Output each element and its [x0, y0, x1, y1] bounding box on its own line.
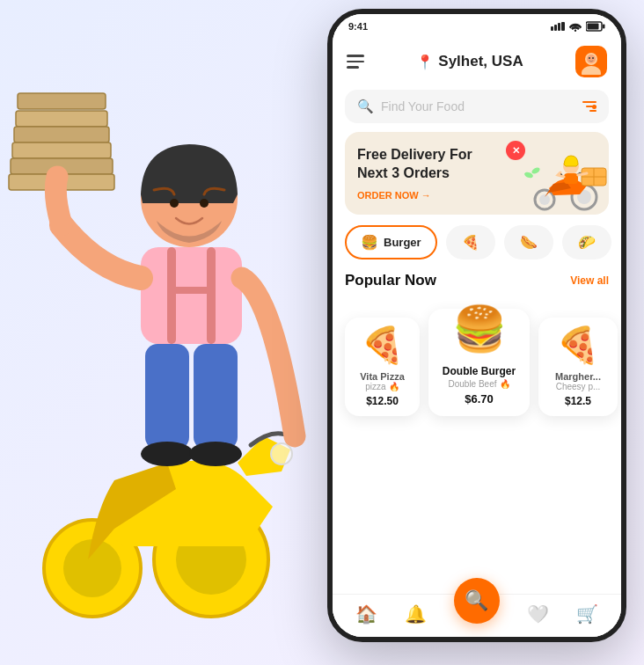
- svg-point-4: [574, 30, 576, 32]
- vita-pizza-price: $12.50: [352, 395, 413, 407]
- svg-rect-0: [551, 26, 553, 31]
- nav-favorites[interactable]: 🤍: [527, 603, 549, 625]
- category-tab-burger[interactable]: 🍔 Burger: [345, 225, 437, 259]
- location-text: Sylhet, USA: [438, 53, 523, 70]
- hamburger-menu-button[interactable]: [347, 55, 364, 69]
- delivery-man-illustration: [0, 49, 352, 665]
- svg-rect-33: [11, 158, 113, 174]
- search-icon: 🔍: [357, 99, 374, 114]
- category-tab-pizza[interactable]: 🍕: [446, 225, 495, 259]
- pin-icon: 📍: [416, 54, 434, 70]
- popular-title: Popular Now: [345, 272, 436, 289]
- bell-icon: 🔔: [405, 603, 427, 625]
- svg-point-11: [589, 57, 590, 59]
- search-placeholder-text: Find Your Food: [381, 99, 575, 113]
- svg-rect-29: [18, 93, 106, 109]
- order-now-label: ORDER NOW →: [357, 190, 431, 201]
- svg-point-25: [176, 524, 246, 595]
- svg-rect-38: [141, 247, 242, 344]
- burger-emoji: 🍔: [361, 234, 378, 251]
- svg-rect-40: [207, 247, 216, 344]
- search-fab-button[interactable]: 🔍: [454, 578, 500, 624]
- food-cards-row: 🍕 Vita Pizza pizza🔥 $12.50 🍔 Double Burg…: [333, 300, 621, 416]
- svg-rect-30: [16, 111, 107, 127]
- status-bar: 9:41: [333, 14, 621, 39]
- food-card-vita-pizza[interactable]: 🍕 Vita Pizza pizza🔥 $12.50: [345, 318, 420, 416]
- svg-point-37: [200, 199, 209, 208]
- view-all-button[interactable]: View all: [570, 274, 609, 287]
- home-icon: 🏠: [355, 603, 377, 625]
- svg-point-28: [271, 443, 292, 464]
- svg-point-36: [170, 199, 179, 208]
- search-fab-icon: 🔍: [465, 589, 488, 612]
- svg-point-10: [582, 66, 601, 75]
- svg-rect-7: [603, 25, 605, 29]
- cart-icon: 🛒: [576, 603, 598, 625]
- svg-rect-2: [558, 23, 560, 31]
- category-tabs: 🍔 Burger 🍕 🌭 🌮: [333, 225, 621, 259]
- phone-screen: 9:41: [333, 14, 621, 637]
- burger-price: $6.70: [435, 392, 523, 406]
- margherita-name: Margher...: [545, 371, 611, 382]
- svg-point-24: [154, 502, 268, 617]
- filter-icon[interactable]: [582, 101, 596, 112]
- margherita-image: 🍕: [545, 325, 611, 366]
- vita-pizza-sub: pizza🔥: [352, 382, 413, 391]
- svg-rect-3: [561, 22, 565, 31]
- nav-cart[interactable]: 🛒: [576, 603, 598, 625]
- search-bar[interactable]: 🔍 Find Your Food: [345, 90, 609, 123]
- app-header: 📍 Sylhet, USA: [333, 39, 621, 86]
- burger-sub: Double Beef 🔥: [435, 379, 523, 389]
- svg-point-26: [44, 520, 141, 617]
- svg-rect-41: [167, 287, 216, 294]
- status-icons: [551, 21, 605, 32]
- popular-section-header: Popular Now View all: [333, 272, 621, 289]
- vita-pizza-name: Vita Pizza: [352, 371, 413, 382]
- burger-label: Burger: [384, 236, 421, 249]
- nav-notifications[interactable]: 🔔: [405, 603, 427, 625]
- burger-image: 🍔: [444, 298, 515, 360]
- menu-line-2: [347, 61, 364, 63]
- svg-rect-31: [14, 127, 109, 142]
- category-tab-taco[interactable]: 🌮: [562, 225, 611, 259]
- svg-point-27: [63, 539, 121, 597]
- svg-rect-39: [167, 247, 176, 344]
- user-avatar-button[interactable]: [575, 46, 607, 77]
- menu-line-1: [347, 55, 364, 57]
- location-area[interactable]: 📍 Sylhet, USA: [416, 53, 523, 70]
- svg-rect-42: [145, 344, 189, 449]
- svg-rect-43: [194, 344, 238, 449]
- svg-rect-6: [588, 24, 599, 30]
- promo-banner: Free Delivery ForNext 3 Orders ORDER NOW…: [345, 132, 609, 215]
- nav-home[interactable]: 🏠: [355, 603, 377, 625]
- category-tab-hotdog[interactable]: 🌭: [504, 225, 553, 259]
- order-now-button[interactable]: ORDER NOW →: [357, 190, 596, 201]
- margherita-price: $12.5: [545, 395, 611, 407]
- svg-rect-1: [554, 25, 557, 31]
- banner-title: Free Delivery ForNext 3 Orders: [357, 146, 596, 183]
- food-card-margherita[interactable]: 🍕 Margher... Cheesy p... $12.5: [538, 318, 618, 416]
- svg-point-12: [592, 57, 594, 59]
- status-time: 9:41: [348, 21, 368, 32]
- burger-name: Double Burger: [435, 365, 523, 377]
- svg-rect-32: [12, 142, 111, 158]
- svg-point-35: [141, 150, 238, 247]
- banner-text: Free Delivery ForNext 3 Orders ORDER NOW…: [357, 146, 596, 201]
- heart-icon: 🤍: [527, 603, 549, 625]
- phone-mockup: 9:41: [327, 9, 626, 642]
- taco-emoji: 🌮: [578, 234, 596, 251]
- food-card-double-burger[interactable]: 🍔 Double Burger Double Beef 🔥 $6.70: [428, 309, 530, 416]
- pizza-image: 🍕: [352, 325, 413, 366]
- menu-line-3: [347, 66, 359, 69]
- svg-point-45: [189, 442, 242, 466]
- hotdog-emoji: 🌭: [520, 234, 538, 251]
- svg-rect-34: [9, 174, 114, 190]
- pizza-emoji: 🍕: [462, 234, 479, 251]
- svg-point-44: [141, 442, 194, 466]
- bottom-nav: 🏠 🔔 🔍 🤍 🛒: [333, 594, 621, 637]
- margherita-sub: Cheesy p...: [545, 382, 611, 391]
